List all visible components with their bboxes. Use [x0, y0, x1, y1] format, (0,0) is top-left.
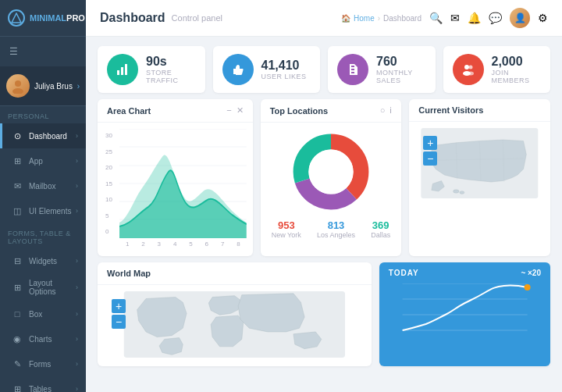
sidebar-item-tables[interactable]: ⊞ Tables › — [0, 376, 86, 392]
logo-icon — [8, 9, 25, 27]
svg-point-1 — [15, 80, 21, 87]
area-chart-body: 30 25 20 15 10 5 0 — [98, 123, 253, 256]
breadcrumb-separator: › — [378, 14, 380, 23]
sidebar-item-app[interactable]: ⊞ App › — [0, 148, 86, 173]
visitors-title: Current Visitors — [418, 105, 483, 115]
circle-icon[interactable]: ○ — [380, 105, 386, 116]
visitors-body: + − — [409, 122, 550, 207]
section-label-personal: PERSONAL — [0, 106, 86, 123]
arrow-icon: › — [76, 257, 78, 265]
svg-point-29 — [524, 284, 530, 290]
arrow-icon: › — [76, 182, 78, 190]
stat-value-likes: 41,410 — [261, 59, 307, 73]
map-zoom-in-button[interactable]: + — [423, 136, 437, 150]
traffic-icon — [107, 54, 138, 85]
donut-svg — [288, 129, 374, 215]
stat-label-likes: USER LIKES — [261, 73, 307, 80]
stat-value-newyork: 953 — [272, 219, 301, 231]
area-chart-controls: − ✕ — [226, 105, 243, 116]
chat-icon[interactable]: 💬 — [489, 12, 502, 24]
visitors-card: Current Visitors + − — [409, 99, 550, 256]
bottom-row: World Map + − — [86, 262, 562, 374]
stat-city-la: Los Angeles — [317, 231, 355, 239]
sidebar-user[interactable]: Juliya Brus › — [0, 66, 86, 106]
today-card: TODAY ~ ×20 — [379, 262, 550, 366]
svg-point-22 — [454, 190, 460, 194]
user-avatar[interactable]: 👤 — [510, 8, 530, 28]
today-header: TODAY ~ ×20 — [379, 262, 550, 283]
stat-value-members: 2,000 — [492, 55, 542, 69]
sidebar-item-layout[interactable]: ⊞ Layout Options › — [0, 273, 86, 301]
info-icon[interactable]: ⅰ — [389, 105, 392, 116]
visitors-header: Current Visitors — [409, 99, 550, 122]
user-arrow-icon: › — [77, 82, 80, 91]
close-icon[interactable]: ✕ — [237, 105, 244, 116]
breadcrumb-current: Dashboard — [383, 14, 422, 23]
topbar-left: Dashboard Control panel — [100, 11, 222, 25]
today-badge: ~ ×20 — [521, 269, 541, 277]
sidebar-item-widgets[interactable]: ⊟ Widgets › — [0, 248, 86, 273]
donut-stat-newyork: 953 New York — [272, 219, 301, 239]
settings-icon[interactable]: ⚙ — [538, 12, 548, 24]
world-map-svg — [104, 291, 365, 358]
app-icon: ⊞ — [10, 154, 24, 168]
donut-stat-dallas: 369 Dallas — [371, 219, 390, 239]
world-zoom-out-button[interactable]: − — [112, 315, 126, 329]
sidebar-item-label: Box — [29, 310, 76, 319]
donut-chart-controls: ○ ⅰ — [380, 105, 393, 116]
world-map-header: World Map — [98, 262, 372, 285]
stat-value-la: 813 — [317, 219, 355, 231]
sidebar-item-charts[interactable]: ◉ Charts › — [0, 326, 86, 351]
world-map-controls: + − — [112, 299, 126, 329]
hamburger-button[interactable]: ☰ — [0, 37, 86, 66]
stat-value-dallas: 369 — [371, 219, 390, 231]
stat-info-likes: 41,410 USER LIKES — [261, 59, 307, 80]
sidebar-item-label: Mailbox — [29, 182, 76, 191]
sidebar-item-ui-elements[interactable]: ◫ UI Elements › — [0, 198, 86, 223]
sidebar-item-forms[interactable]: ✎ Forms › — [0, 351, 86, 376]
mail-icon[interactable]: ✉ — [450, 12, 460, 24]
map-zoom-out-button[interactable]: − — [423, 151, 437, 166]
stat-card-sales: 760 MONTHLY SALES — [328, 46, 436, 93]
stat-value-sales: 760 — [376, 55, 426, 69]
donut-chart-body: 953 New York 813 Los Angeles 369 Dallas — [261, 123, 402, 245]
donut-chart-card: Top Locations ○ ⅰ — [261, 99, 402, 256]
sidebar-item-label: Dashboard — [29, 132, 76, 141]
page-title: Dashboard — [100, 11, 165, 25]
sales-icon — [337, 54, 368, 85]
layout-icon: ⊞ — [10, 280, 24, 294]
y-axis-labels: 30 25 20 15 10 5 0 — [104, 129, 119, 238]
ui-icon: ◫ — [10, 204, 24, 218]
mail-icon: ✉ — [10, 179, 24, 193]
arrow-icon: › — [76, 157, 78, 165]
stat-info-sales: 760 MONTHLY SALES — [376, 55, 426, 84]
sidebar-item-label: Charts — [29, 335, 76, 344]
sidebar-item-label: Layout Options — [29, 279, 76, 296]
sidebar-item-mailbox[interactable]: ✉ Mailbox › — [0, 173, 86, 198]
stat-city-dallas: Dallas — [371, 231, 390, 239]
minimize-icon[interactable]: − — [226, 105, 231, 116]
breadcrumb-home[interactable]: Home — [354, 14, 375, 23]
breadcrumb-icon: 🏠 — [341, 14, 350, 23]
bell-icon[interactable]: 🔔 — [468, 12, 481, 24]
sidebar-item-dashboard[interactable]: ⊙ Dashboard › — [0, 123, 86, 148]
stat-card-traffic: 90s STORE TRAFFIC — [98, 46, 205, 93]
search-icon[interactable]: 🔍 — [429, 12, 443, 24]
arrow-icon: › — [76, 207, 78, 215]
stats-row: 90s STORE TRAFFIC 41,410 USER LIKES 760 … — [86, 37, 562, 99]
svg-marker-0 — [12, 13, 21, 23]
area-chart-card: Area Chart − ✕ 30 25 20 15 10 5 0 — [98, 99, 253, 256]
svg-point-2 — [12, 88, 23, 94]
svg-rect-5 — [125, 64, 127, 75]
sidebar-item-label: UI Elements — [29, 207, 76, 216]
world-map-card: World Map + − — [98, 262, 372, 366]
sidebar-item-label: App — [29, 157, 76, 166]
stat-city-newyork: New York — [272, 231, 301, 239]
dashboard-icon: ⊙ — [10, 129, 24, 143]
donut-stats: 953 New York 813 Los Angeles 369 Dallas — [264, 219, 399, 239]
world-map-body: + − — [98, 285, 372, 366]
svg-point-23 — [460, 191, 464, 194]
sidebar-item-box[interactable]: □ Box › — [0, 301, 86, 326]
world-zoom-in-button[interactable]: + — [112, 299, 126, 313]
forms-icon: ✎ — [10, 357, 24, 371]
